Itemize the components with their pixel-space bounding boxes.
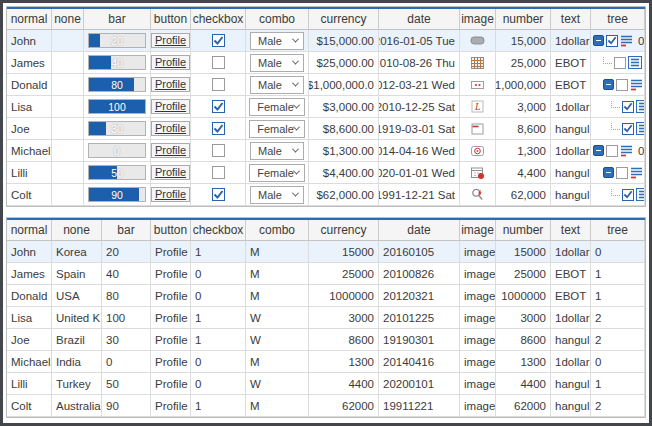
gender-combobox[interactable]: Female (249, 120, 305, 138)
column-header-currency[interactable]: currency (309, 9, 379, 30)
tree-collapse-icon[interactable] (603, 167, 614, 178)
cell-value-number: 4,400 (517, 167, 546, 179)
cell-value-date: 19190301 (383, 334, 434, 346)
table-row[interactable]: JoeBrazil30Profile1W860019190301imagerc8… (7, 329, 645, 351)
combo-selected-value: Male (258, 145, 282, 157)
row-checkbox[interactable] (212, 34, 225, 47)
table-row[interactable]: MichaelIndia0Profile0M130020140416imager… (7, 351, 645, 373)
cell-value-image: imagerc (464, 378, 496, 390)
column-header-combo[interactable]: combo (246, 9, 309, 30)
column-header-number[interactable]: number (496, 9, 551, 30)
tree-collapse-icon[interactable] (593, 35, 604, 46)
profile-button[interactable]: Profile (151, 121, 190, 136)
table-row[interactable]: Joe30ProfileFemale$8,600.001919-03-01 Sa… (7, 118, 645, 140)
profile-button[interactable]: Profile (151, 77, 190, 92)
profile-button[interactable]: Profile (151, 33, 190, 48)
cell-none (52, 184, 84, 206)
tree-node-checkbox[interactable] (622, 189, 634, 201)
table-row[interactable]: ColtAustralia90Profile1M6200019911221ima… (7, 395, 645, 417)
progress-bar-value: 20 (89, 34, 145, 48)
row-checkbox[interactable] (212, 122, 225, 135)
column-header-button[interactable]: button (151, 220, 191, 241)
table-row[interactable]: Lisa100ProfileFemale$3,000.002010-12-25 … (7, 96, 645, 118)
cell-value-image: imagerc (464, 268, 496, 280)
gender-combobox[interactable]: Male (250, 76, 304, 94)
table-row[interactable]: DonaldUSA80Profile0M100000020120321image… (7, 285, 645, 307)
cell-combo: Male (246, 74, 309, 96)
profile-button[interactable]: Profile (151, 165, 190, 180)
row-checkbox[interactable] (212, 144, 225, 157)
tree-collapse-icon[interactable] (593, 145, 604, 156)
profile-button[interactable]: Profile (151, 55, 190, 70)
column-header-bar[interactable]: bar (84, 9, 151, 30)
gender-combobox[interactable]: Male (250, 54, 304, 72)
gender-combobox[interactable]: Female (249, 98, 305, 116)
profile-button[interactable]: Profile (151, 99, 190, 114)
cell-checkbox (191, 118, 246, 140)
cell-currency: $62,000.00 (309, 184, 379, 206)
column-header-button[interactable]: button (151, 9, 191, 30)
column-header-number[interactable]: number (496, 220, 551, 241)
cell-value-number: 15,000 (511, 35, 546, 47)
column-header-normal[interactable]: normal (7, 220, 52, 241)
tree-node-checkbox[interactable] (616, 167, 628, 179)
table-row[interactable]: LilliTurkey50Profile0W440020200101imager… (7, 373, 645, 395)
tree-node-checkbox[interactable] (606, 35, 618, 47)
table-row[interactable]: Colt90ProfileMale$62,000.001991-12-21 Sa… (7, 184, 645, 206)
cell-bar: 30 (102, 329, 151, 351)
tree-node-checkbox[interactable] (614, 57, 626, 69)
column-header-combo[interactable]: combo (246, 220, 309, 241)
cell-text: hangul (551, 184, 591, 206)
gender-combobox[interactable]: Female (249, 164, 305, 182)
row-checkbox[interactable] (212, 56, 225, 69)
row-checkbox[interactable] (212, 188, 225, 201)
column-header-tree[interactable]: tree (591, 9, 645, 30)
profile-button[interactable]: Profile (151, 187, 190, 202)
tree-node-checkbox[interactable] (606, 145, 618, 157)
table-row[interactable]: Lilli50ProfileFemale$4,400.002020-01-01 … (7, 162, 645, 184)
tree-node-checkbox[interactable] (616, 79, 628, 91)
window-frame-icon (470, 121, 485, 136)
progress-bar-value: 0 (89, 144, 145, 158)
row-checkbox[interactable] (212, 78, 225, 91)
table-row[interactable]: JohnKorea20Profile1M1500020160105imagerc… (7, 241, 645, 263)
cell-button: Profile (151, 52, 191, 74)
column-header-currency[interactable]: currency (309, 220, 379, 241)
row-checkbox[interactable] (212, 100, 225, 113)
column-header-normal[interactable]: normal (7, 9, 52, 30)
profile-button[interactable]: Profile (151, 143, 190, 158)
column-header-text[interactable]: text (551, 9, 591, 30)
tree-node: 1 (593, 166, 644, 179)
cell-text: hangul (551, 395, 591, 417)
column-header-none[interactable]: none (52, 220, 102, 241)
table-row[interactable]: JamesSpain40Profile0M2500020100826imager… (7, 263, 645, 285)
cell-bar: 40 (102, 263, 151, 285)
table-row[interactable]: LisaUnited K100Profile1W300020101225imag… (7, 307, 645, 329)
table-row[interactable]: Michael0ProfileMale$1,300.002014-04-16 W… (7, 140, 645, 162)
gender-combobox[interactable]: Male (250, 32, 304, 50)
cell-button: Profile (151, 351, 191, 373)
cell-button: Profile (151, 395, 191, 417)
column-header-image[interactable]: image (460, 220, 496, 241)
table-row[interactable]: James40ProfileMale$25,000.002010-08-26 T… (7, 52, 645, 74)
tree-collapse-icon[interactable] (603, 79, 614, 90)
column-header-date[interactable]: date (379, 220, 460, 241)
tree-node-checkbox[interactable] (622, 123, 634, 135)
column-header-text[interactable]: text (551, 220, 591, 241)
gender-combobox[interactable]: Male (250, 186, 304, 204)
table-row[interactable]: John20ProfileMale$15,000.002016-01-05 Tu… (7, 30, 645, 52)
column-header-checkbox[interactable]: checkbox (191, 220, 246, 241)
column-header-image[interactable]: image (460, 9, 496, 30)
column-header-tree[interactable]: tree (591, 220, 645, 241)
column-header-checkbox[interactable]: checkbox (191, 9, 246, 30)
row-checkbox[interactable] (212, 166, 225, 179)
column-header-bar[interactable]: bar (102, 220, 151, 241)
gender-combobox[interactable]: Male (250, 142, 304, 160)
table-row[interactable]: Donald80ProfileMale$1,000,000.02012-03-2… (7, 74, 645, 96)
column-header-none[interactable]: none (52, 9, 84, 30)
cell-currency: $8,600.00 (309, 118, 379, 140)
cell-value-checkbox: 0 (195, 378, 201, 390)
combo-selected-value: Female (257, 101, 294, 113)
tree-node-checkbox[interactable] (622, 101, 634, 113)
column-header-date[interactable]: date (379, 9, 460, 30)
